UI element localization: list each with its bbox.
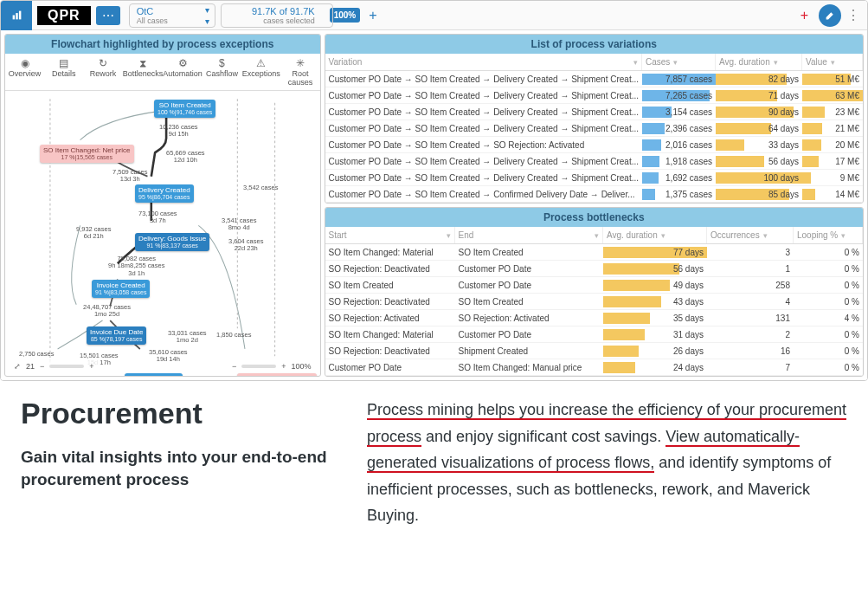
cell-looping: 4 % (794, 313, 863, 324)
add-dashboard-button[interactable]: + (800, 8, 808, 23)
col-avg-duration[interactable]: Avg. duration (719, 57, 770, 67)
zoom-out-button[interactable]: − (40, 362, 44, 371)
dataset-selector[interactable]: OtC All cases ▾ ▾ (129, 3, 215, 28)
filter-icon[interactable]: ▾ (595, 231, 599, 240)
table-row[interactable]: Customer PO Date → SO Item Created → Del… (325, 71, 863, 87)
case-count-selector[interactable]: 91.7K of 91.7K cases selected (221, 3, 333, 28)
zoom-out-button[interactable]: − (232, 362, 236, 371)
edge-label: 2,750 cases (19, 351, 54, 358)
filter-icon[interactable]: ▾ (633, 58, 638, 67)
table-row[interactable]: SO Item Changed: Material SO Item Create… (325, 244, 863, 261)
table-row[interactable]: Customer PO Date SO Item Changed: Manual… (325, 359, 863, 376)
node-label: Delivery: Goods Issue (138, 235, 206, 242)
cell-value: 17 M€ (802, 156, 863, 167)
flowchart-panel: Flowchart highlighted by process excepti… (4, 34, 321, 377)
tab-exceptions[interactable]: ⚠Exceptions (241, 54, 280, 90)
cell-value: 51 M€ (802, 74, 863, 85)
filter-icon[interactable]: ▾ (831, 58, 835, 67)
table-row[interactable]: Customer PO Date → SO Item Created → Del… (325, 87, 863, 104)
flowchart-node[interactable]: Delivery: Goods Issue91 %|83,137 cases (135, 233, 209, 251)
zoom-in-button[interactable]: + (281, 362, 286, 371)
cell-end: Customer PO Date (455, 263, 603, 275)
app-window: QPR ⋯ OtC All cases ▾ ▾ 91.7K of 91.7K c… (0, 0, 868, 381)
cell-variation: Customer PO Date → SO Item Created → Del… (325, 74, 642, 85)
tab-details[interactable]: ▤Details (44, 54, 83, 90)
flowchart-node[interactable]: Invoice Due Date85 %|78,197 cases (87, 326, 146, 345)
flowchart-node[interactable]: SO Item Created100 %|91,746 cases (154, 100, 215, 118)
table-row[interactable]: Customer PO Date → SO Item Created → Del… (325, 104, 863, 120)
table-row[interactable]: SO Rejection: Deactivated Customer PO Da… (325, 261, 863, 277)
cell-cases: 3,154 cases (642, 107, 716, 118)
flowchart-node[interactable]: Invoice Created91 %|83,058 cases (92, 280, 150, 298)
edge-label: 3,541 cases8mo 4d (222, 217, 256, 232)
col-start[interactable]: Start (329, 230, 347, 240)
col-looping[interactable]: Looping % (797, 230, 838, 240)
filter-icon[interactable]: ▾ (673, 58, 678, 67)
cell-value: 14 M€ (802, 189, 863, 200)
add-filter-button[interactable]: + (369, 8, 376, 23)
filter-icon[interactable]: ▾ (774, 58, 778, 67)
automation-icon: ⚙ (163, 57, 203, 69)
node-stats: 85 %|78,197 cases (90, 336, 143, 343)
qpr-logo: QPR (37, 6, 91, 25)
promo-heading: Procurement (21, 397, 332, 430)
table-row[interactable]: SO Rejection: Activated SO Rejection: Ac… (325, 310, 863, 326)
col-value[interactable]: Value (806, 57, 827, 67)
filter-icon[interactable]: ▾ (447, 231, 451, 240)
col-end[interactable]: End (459, 230, 474, 240)
filter-icon[interactable]: ▾ (661, 231, 665, 240)
flowchart-canvas[interactable]: SO Item Created100 %|91,746 casesSO Item… (5, 91, 320, 376)
tab-automation[interactable]: ⚙Automation (163, 54, 203, 90)
brand-chart-icon[interactable] (1, 1, 32, 30)
table-row[interactable]: SO Item Changed: Material Customer PO Da… (325, 326, 863, 343)
cell-occurrences: 7 (707, 362, 794, 373)
tab-rework[interactable]: ↻Rework (84, 54, 123, 90)
table-row[interactable]: SO Rejection: Deactivated SO Item Create… (325, 294, 863, 310)
cell-duration: 56 days (716, 156, 802, 167)
table-row[interactable]: Customer PO Date → SO Item Created → Del… (325, 120, 863, 137)
flowchart-node[interactable]: SO Rejection: Activated6 %|5,188 cases (237, 373, 317, 376)
table-row[interactable]: Customer PO Date → SO Item Created → SO … (325, 137, 863, 153)
col-cases[interactable]: Cases (646, 57, 670, 67)
tab-label: Exceptions (241, 69, 280, 78)
expand-icon[interactable]: ⤢ (14, 362, 21, 371)
node-stats: 100 %|91,746 cases (158, 109, 212, 116)
node-label: SO Rejection: Activated (241, 375, 313, 376)
tab-bottlenecks[interactable]: ⧗Bottlenecks (123, 54, 164, 90)
tab-cashflow[interactable]: $Cashflow (203, 54, 241, 90)
zoom-in-button[interactable]: + (89, 362, 93, 371)
flowchart-node[interactable]: Delivery Created95 %|86,704 cases (135, 184, 194, 203)
zoom-value: 21 (26, 362, 35, 371)
col-avg-duration[interactable]: Avg. duration (607, 230, 658, 240)
edge-label: 10,236 cases9d 15h (159, 124, 198, 139)
table-row[interactable]: Customer PO Date → SO Item Created → Del… (325, 170, 863, 186)
cell-end: SO Item Created (455, 247, 603, 258)
cell-duration: 64 days (716, 123, 802, 134)
chevron-down-icon: ▾ (205, 5, 209, 15)
col-variation[interactable]: Variation (329, 57, 363, 67)
cell-looping: 0 % (794, 263, 863, 275)
tab-overview[interactable]: ◉Overview (5, 54, 44, 90)
table-row[interactable]: Customer PO Date → SO Item Created → Con… (325, 186, 863, 203)
filter-icon[interactable]: ▾ (763, 231, 768, 240)
edit-button[interactable] (819, 4, 841, 27)
table-row[interactable]: Customer PO Date → SO Item Created → Del… (325, 153, 863, 170)
col-occurrences[interactable]: Occurrences (710, 230, 760, 240)
cell-looping: 0 % (794, 346, 863, 357)
node-zoom-control[interactable]: ⤢ 21 − + (9, 360, 100, 372)
flowchart-node[interactable]: Invoice Clearing72 %|66,106 cases (125, 373, 183, 376)
tab-root-causes[interactable]: ✳Root causes (280, 54, 319, 90)
main-menu-button[interactable]: ⋯ (96, 6, 120, 25)
edge-label: 65,669 cases12d 10h (166, 150, 205, 165)
table-row[interactable]: SO Item Created Customer PO Date 49 days… (325, 277, 863, 294)
cell-variation: Customer PO Date → SO Item Created → Del… (325, 156, 642, 167)
filter-icon[interactable]: ▾ (841, 231, 845, 240)
table-row[interactable]: SO Rejection: Deactivated Shipment Creat… (325, 343, 863, 359)
cell-cases: 2,396 cases (642, 123, 716, 134)
more-menu-button[interactable]: ⋮ (846, 7, 860, 23)
flowchart-node[interactable]: SO Item Changed: Net price17 %|15,565 ca… (40, 145, 134, 163)
cell-end: SO Item Created (455, 296, 603, 307)
cell-value: 23 M€ (802, 107, 863, 118)
canvas-zoom-control[interactable]: − + 100% (227, 360, 317, 372)
node-stats: 91 %|83,058 cases (95, 289, 146, 296)
